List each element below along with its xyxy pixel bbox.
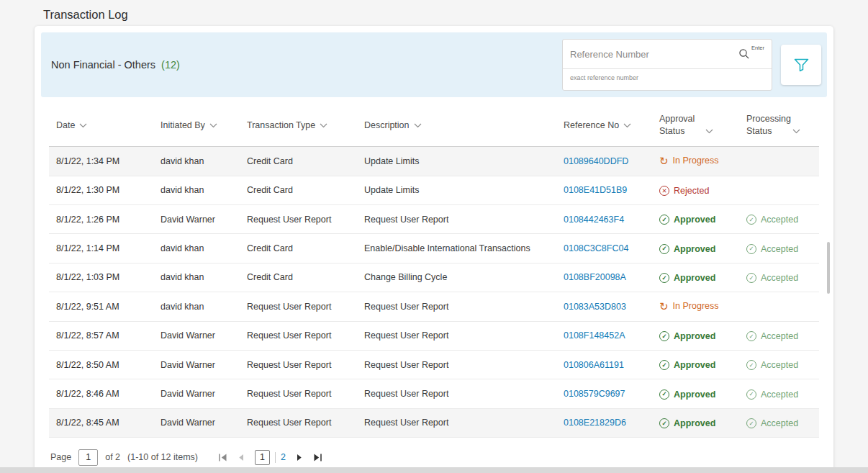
- accepted-check-icon: ✓: [746, 418, 756, 428]
- column-header-date[interactable]: Date: [49, 104, 153, 146]
- vertical-scrollbar[interactable]: [827, 242, 830, 294]
- column-header-transaction-type[interactable]: Transaction Type: [240, 104, 357, 146]
- page-2-link[interactable]: 2: [281, 452, 286, 462]
- last-page-button[interactable]: [313, 453, 322, 462]
- cell-transaction-type: Credit Card: [240, 146, 357, 176]
- accepted-check-icon: ✓: [746, 215, 756, 225]
- status-text: Approved: [674, 389, 715, 400]
- reference-link[interactable]: 0108BF20098A: [564, 272, 626, 282]
- page-number-input[interactable]: [78, 449, 98, 466]
- column-header-reference-no[interactable]: Reference No: [556, 104, 652, 146]
- table-row: 8/1/22, 8:45 AM David Warner Request Use…: [49, 408, 819, 437]
- approval-status: ✕Rejected: [659, 186, 709, 196]
- next-page-button[interactable]: [297, 454, 302, 461]
- column-header-description[interactable]: Description: [357, 104, 556, 146]
- cell-initiated-by: david khan: [153, 176, 240, 204]
- pagination-controls: 1 2: [218, 450, 322, 465]
- cell-transaction-type: Request User Report: [240, 205, 357, 234]
- cell-description: Request User Report: [357, 351, 556, 379]
- category-count: (12): [161, 59, 180, 71]
- reference-link[interactable]: 0108E41D51B9: [564, 185, 627, 195]
- cell-initiated-by: David Warner: [153, 379, 240, 408]
- processing-status: ✓Accepted: [746, 331, 798, 341]
- reference-link[interactable]: 0108F148452A: [564, 330, 625, 341]
- table-row: 8/1/22, 1:26 PM David Warner Request Use…: [49, 205, 819, 234]
- status-text: Rejected: [674, 186, 709, 196]
- cell-date: 8/1/22, 8:46 AM: [49, 379, 153, 408]
- reference-number-input[interactable]: [570, 49, 738, 60]
- approval-status: ↻In Progress: [659, 156, 719, 166]
- status-text: Approved: [674, 331, 715, 341]
- accepted-check-icon: ✓: [746, 331, 756, 341]
- column-header-initiated-by[interactable]: Initiated By: [153, 104, 240, 146]
- table-row: 8/1/22, 1:14 PM david khan Credit Card E…: [49, 234, 819, 263]
- approval-status: ✓Approved: [659, 273, 715, 283]
- cell-description: Update Limits: [357, 146, 556, 176]
- cell-transaction-type: Credit Card: [240, 263, 357, 292]
- status-text: In Progress: [673, 156, 719, 166]
- processing-status: ✓Accepted: [746, 418, 798, 428]
- sort-chevron-icon[interactable]: [79, 123, 87, 128]
- reference-link[interactable]: 0108442463F4: [564, 215, 624, 225]
- cell-initiated-by: david khan: [153, 234, 240, 263]
- approved-check-icon: ✓: [659, 389, 669, 400]
- cell-transaction-type: Request User Report: [240, 351, 357, 379]
- processing-status: ✓Accepted: [746, 273, 798, 283]
- cell-transaction-type: Request User Report: [240, 408, 357, 437]
- sort-chevron-icon[interactable]: [792, 129, 800, 134]
- cell-description: Change Billing Cycle: [357, 263, 556, 292]
- cell-transaction-type: Credit Card: [240, 176, 357, 204]
- status-text: Accepted: [761, 389, 798, 400]
- reference-link[interactable]: 01083A53D803: [564, 302, 626, 312]
- accepted-check-icon: ✓: [746, 244, 756, 254]
- table-row: 8/1/22, 1:03 PM david khan Credit Card C…: [49, 263, 819, 292]
- items-summary: (1-10 of 12 items): [127, 452, 198, 462]
- enter-hint: Enter: [751, 45, 764, 51]
- status-text: Approved: [674, 273, 715, 283]
- column-header-processing-status[interactable]: Processing Status: [739, 104, 819, 146]
- status-text: Approved: [674, 418, 715, 428]
- first-page-button[interactable]: [218, 453, 227, 462]
- processing-status: ✓Accepted: [746, 389, 798, 400]
- column-header-approval-status[interactable]: Approval Status: [652, 104, 739, 146]
- sort-chevron-icon[interactable]: [320, 123, 327, 128]
- reference-link[interactable]: 0108C3C8FC04: [564, 243, 628, 253]
- last-page-icon: [313, 453, 322, 462]
- accepted-check-icon: ✓: [746, 389, 756, 400]
- cell-description: Request User Report: [357, 292, 556, 321]
- transaction-table-body: 8/1/22, 1:34 PM david khan Credit Card U…: [49, 146, 819, 437]
- page-number-list: 1 2: [255, 450, 286, 465]
- in-progress-clock-icon: ↻: [659, 301, 669, 312]
- status-text: Accepted: [761, 418, 798, 428]
- sort-chevron-icon[interactable]: [209, 123, 217, 128]
- horizontal-scrollbar[interactable]: [0, 467, 868, 473]
- cell-description: Request User Report: [357, 321, 556, 350]
- cell-transaction-type: Credit Card: [240, 234, 357, 263]
- status-text: Approved: [674, 215, 715, 225]
- sort-chevron-icon[interactable]: [623, 123, 631, 128]
- approval-status: ✓Approved: [659, 360, 715, 370]
- previous-page-button[interactable]: [238, 454, 244, 461]
- filter-band: Non Financial - Others (12) Enter exact …: [41, 32, 827, 97]
- in-progress-clock-icon: ↻: [659, 156, 669, 166]
- search-input-row: Enter: [563, 40, 772, 69]
- cell-date: 8/1/22, 8:57 AM: [49, 321, 153, 350]
- current-page-box[interactable]: 1: [255, 450, 270, 465]
- approved-check-icon: ✓: [659, 360, 669, 370]
- cell-description: Request User Report: [357, 379, 556, 408]
- approved-check-icon: ✓: [659, 418, 669, 428]
- cell-description: Enable/Disable International Transaction…: [357, 234, 556, 263]
- accepted-check-icon: ✓: [746, 273, 756, 283]
- cell-transaction-type: Request User Report: [240, 321, 357, 350]
- rejected-cross-icon: ✕: [659, 186, 669, 196]
- sort-chevron-icon[interactable]: [705, 129, 713, 134]
- reference-link[interactable]: 01089640DDFD: [564, 156, 628, 166]
- filter-button[interactable]: [781, 45, 821, 85]
- reference-link[interactable]: 0108E21829D6: [564, 418, 626, 428]
- sort-chevron-icon[interactable]: [414, 123, 422, 128]
- status-text: Accepted: [761, 215, 798, 225]
- reference-link[interactable]: 0108579C9697: [564, 389, 625, 399]
- reference-link[interactable]: 010806A61191: [564, 360, 624, 370]
- search-icon[interactable]: [738, 48, 750, 60]
- cell-date: 8/1/22, 1:14 PM: [49, 234, 153, 263]
